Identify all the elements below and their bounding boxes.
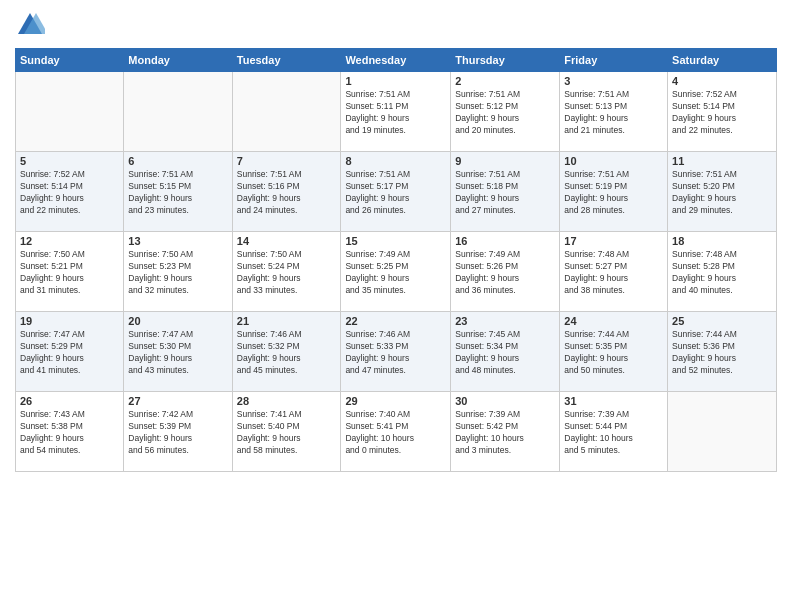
day-number: 28 bbox=[237, 395, 337, 407]
calendar-cell: 13Sunrise: 7:50 AM Sunset: 5:23 PM Dayli… bbox=[124, 232, 232, 312]
week-row-5: 26Sunrise: 7:43 AM Sunset: 5:38 PM Dayli… bbox=[16, 392, 777, 472]
day-info: Sunrise: 7:40 AM Sunset: 5:41 PM Dayligh… bbox=[345, 409, 446, 457]
week-row-1: 1Sunrise: 7:51 AM Sunset: 5:11 PM Daylig… bbox=[16, 72, 777, 152]
day-number: 29 bbox=[345, 395, 446, 407]
calendar-cell: 7Sunrise: 7:51 AM Sunset: 5:16 PM Daylig… bbox=[232, 152, 341, 232]
weekday-header-monday: Monday bbox=[124, 49, 232, 72]
day-info: Sunrise: 7:51 AM Sunset: 5:20 PM Dayligh… bbox=[672, 169, 772, 217]
calendar-cell: 31Sunrise: 7:39 AM Sunset: 5:44 PM Dayli… bbox=[560, 392, 668, 472]
day-info: Sunrise: 7:52 AM Sunset: 5:14 PM Dayligh… bbox=[20, 169, 119, 217]
day-number: 6 bbox=[128, 155, 227, 167]
calendar-cell bbox=[232, 72, 341, 152]
day-info: Sunrise: 7:43 AM Sunset: 5:38 PM Dayligh… bbox=[20, 409, 119, 457]
weekday-header-friday: Friday bbox=[560, 49, 668, 72]
day-info: Sunrise: 7:49 AM Sunset: 5:26 PM Dayligh… bbox=[455, 249, 555, 297]
day-info: Sunrise: 7:51 AM Sunset: 5:17 PM Dayligh… bbox=[345, 169, 446, 217]
day-number: 25 bbox=[672, 315, 772, 327]
calendar-cell: 27Sunrise: 7:42 AM Sunset: 5:39 PM Dayli… bbox=[124, 392, 232, 472]
day-number: 30 bbox=[455, 395, 555, 407]
weekday-header-tuesday: Tuesday bbox=[232, 49, 341, 72]
day-info: Sunrise: 7:46 AM Sunset: 5:32 PM Dayligh… bbox=[237, 329, 337, 377]
day-info: Sunrise: 7:51 AM Sunset: 5:19 PM Dayligh… bbox=[564, 169, 663, 217]
day-info: Sunrise: 7:44 AM Sunset: 5:36 PM Dayligh… bbox=[672, 329, 772, 377]
calendar-cell: 5Sunrise: 7:52 AM Sunset: 5:14 PM Daylig… bbox=[16, 152, 124, 232]
day-info: Sunrise: 7:51 AM Sunset: 5:12 PM Dayligh… bbox=[455, 89, 555, 137]
weekday-header-sunday: Sunday bbox=[16, 49, 124, 72]
calendar-cell: 3Sunrise: 7:51 AM Sunset: 5:13 PM Daylig… bbox=[560, 72, 668, 152]
calendar-cell: 12Sunrise: 7:50 AM Sunset: 5:21 PM Dayli… bbox=[16, 232, 124, 312]
day-number: 27 bbox=[128, 395, 227, 407]
day-info: Sunrise: 7:49 AM Sunset: 5:25 PM Dayligh… bbox=[345, 249, 446, 297]
calendar-cell: 23Sunrise: 7:45 AM Sunset: 5:34 PM Dayli… bbox=[451, 312, 560, 392]
day-info: Sunrise: 7:47 AM Sunset: 5:29 PM Dayligh… bbox=[20, 329, 119, 377]
calendar-cell: 15Sunrise: 7:49 AM Sunset: 5:25 PM Dayli… bbox=[341, 232, 451, 312]
day-number: 11 bbox=[672, 155, 772, 167]
day-number: 17 bbox=[564, 235, 663, 247]
day-number: 19 bbox=[20, 315, 119, 327]
calendar-cell: 24Sunrise: 7:44 AM Sunset: 5:35 PM Dayli… bbox=[560, 312, 668, 392]
calendar-cell: 29Sunrise: 7:40 AM Sunset: 5:41 PM Dayli… bbox=[341, 392, 451, 472]
day-info: Sunrise: 7:50 AM Sunset: 5:24 PM Dayligh… bbox=[237, 249, 337, 297]
day-info: Sunrise: 7:51 AM Sunset: 5:13 PM Dayligh… bbox=[564, 89, 663, 137]
day-number: 1 bbox=[345, 75, 446, 87]
calendar-cell: 10Sunrise: 7:51 AM Sunset: 5:19 PM Dayli… bbox=[560, 152, 668, 232]
day-number: 12 bbox=[20, 235, 119, 247]
day-info: Sunrise: 7:45 AM Sunset: 5:34 PM Dayligh… bbox=[455, 329, 555, 377]
page: SundayMondayTuesdayWednesdayThursdayFrid… bbox=[0, 0, 792, 612]
day-info: Sunrise: 7:51 AM Sunset: 5:18 PM Dayligh… bbox=[455, 169, 555, 217]
calendar-cell: 1Sunrise: 7:51 AM Sunset: 5:11 PM Daylig… bbox=[341, 72, 451, 152]
day-info: Sunrise: 7:48 AM Sunset: 5:28 PM Dayligh… bbox=[672, 249, 772, 297]
day-number: 4 bbox=[672, 75, 772, 87]
calendar-cell: 20Sunrise: 7:47 AM Sunset: 5:30 PM Dayli… bbox=[124, 312, 232, 392]
weekday-header-thursday: Thursday bbox=[451, 49, 560, 72]
calendar-cell: 28Sunrise: 7:41 AM Sunset: 5:40 PM Dayli… bbox=[232, 392, 341, 472]
calendar-cell: 19Sunrise: 7:47 AM Sunset: 5:29 PM Dayli… bbox=[16, 312, 124, 392]
day-number: 20 bbox=[128, 315, 227, 327]
day-info: Sunrise: 7:50 AM Sunset: 5:23 PM Dayligh… bbox=[128, 249, 227, 297]
calendar-cell bbox=[16, 72, 124, 152]
calendar-cell: 6Sunrise: 7:51 AM Sunset: 5:15 PM Daylig… bbox=[124, 152, 232, 232]
weekday-header-row: SundayMondayTuesdayWednesdayThursdayFrid… bbox=[16, 49, 777, 72]
day-info: Sunrise: 7:48 AM Sunset: 5:27 PM Dayligh… bbox=[564, 249, 663, 297]
week-row-3: 12Sunrise: 7:50 AM Sunset: 5:21 PM Dayli… bbox=[16, 232, 777, 312]
day-number: 9 bbox=[455, 155, 555, 167]
calendar: SundayMondayTuesdayWednesdayThursdayFrid… bbox=[15, 48, 777, 472]
calendar-cell: 30Sunrise: 7:39 AM Sunset: 5:42 PM Dayli… bbox=[451, 392, 560, 472]
day-number: 24 bbox=[564, 315, 663, 327]
logo-icon bbox=[15, 10, 45, 40]
calendar-cell: 17Sunrise: 7:48 AM Sunset: 5:27 PM Dayli… bbox=[560, 232, 668, 312]
calendar-cell: 8Sunrise: 7:51 AM Sunset: 5:17 PM Daylig… bbox=[341, 152, 451, 232]
weekday-header-saturday: Saturday bbox=[668, 49, 777, 72]
day-number: 2 bbox=[455, 75, 555, 87]
day-info: Sunrise: 7:51 AM Sunset: 5:11 PM Dayligh… bbox=[345, 89, 446, 137]
day-info: Sunrise: 7:42 AM Sunset: 5:39 PM Dayligh… bbox=[128, 409, 227, 457]
day-info: Sunrise: 7:44 AM Sunset: 5:35 PM Dayligh… bbox=[564, 329, 663, 377]
calendar-cell: 18Sunrise: 7:48 AM Sunset: 5:28 PM Dayli… bbox=[668, 232, 777, 312]
day-number: 26 bbox=[20, 395, 119, 407]
day-info: Sunrise: 7:41 AM Sunset: 5:40 PM Dayligh… bbox=[237, 409, 337, 457]
day-info: Sunrise: 7:46 AM Sunset: 5:33 PM Dayligh… bbox=[345, 329, 446, 377]
day-number: 21 bbox=[237, 315, 337, 327]
calendar-cell: 4Sunrise: 7:52 AM Sunset: 5:14 PM Daylig… bbox=[668, 72, 777, 152]
day-number: 22 bbox=[345, 315, 446, 327]
calendar-cell bbox=[668, 392, 777, 472]
day-info: Sunrise: 7:51 AM Sunset: 5:15 PM Dayligh… bbox=[128, 169, 227, 217]
calendar-cell: 26Sunrise: 7:43 AM Sunset: 5:38 PM Dayli… bbox=[16, 392, 124, 472]
day-number: 8 bbox=[345, 155, 446, 167]
calendar-cell: 25Sunrise: 7:44 AM Sunset: 5:36 PM Dayli… bbox=[668, 312, 777, 392]
day-info: Sunrise: 7:39 AM Sunset: 5:42 PM Dayligh… bbox=[455, 409, 555, 457]
day-info: Sunrise: 7:39 AM Sunset: 5:44 PM Dayligh… bbox=[564, 409, 663, 457]
header bbox=[15, 10, 777, 40]
day-info: Sunrise: 7:51 AM Sunset: 5:16 PM Dayligh… bbox=[237, 169, 337, 217]
day-info: Sunrise: 7:50 AM Sunset: 5:21 PM Dayligh… bbox=[20, 249, 119, 297]
calendar-cell: 9Sunrise: 7:51 AM Sunset: 5:18 PM Daylig… bbox=[451, 152, 560, 232]
day-number: 13 bbox=[128, 235, 227, 247]
day-number: 10 bbox=[564, 155, 663, 167]
day-info: Sunrise: 7:52 AM Sunset: 5:14 PM Dayligh… bbox=[672, 89, 772, 137]
week-row-4: 19Sunrise: 7:47 AM Sunset: 5:29 PM Dayli… bbox=[16, 312, 777, 392]
week-row-2: 5Sunrise: 7:52 AM Sunset: 5:14 PM Daylig… bbox=[16, 152, 777, 232]
weekday-header-wednesday: Wednesday bbox=[341, 49, 451, 72]
calendar-cell: 22Sunrise: 7:46 AM Sunset: 5:33 PM Dayli… bbox=[341, 312, 451, 392]
day-number: 3 bbox=[564, 75, 663, 87]
day-number: 15 bbox=[345, 235, 446, 247]
